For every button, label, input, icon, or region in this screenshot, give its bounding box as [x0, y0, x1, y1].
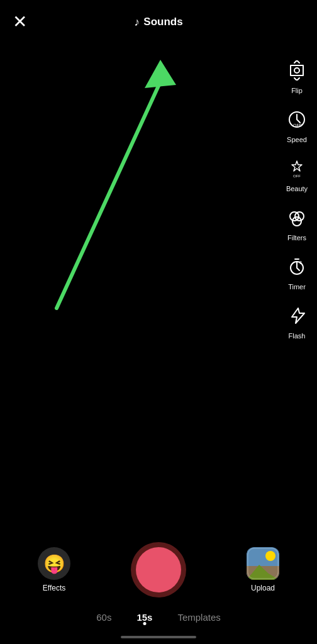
svg-line-9: [57, 82, 160, 308]
flash-tool[interactable]: Flash: [283, 302, 311, 340]
sounds-button[interactable]: ♪ Sounds: [134, 16, 182, 29]
speed-icon: OFF: [283, 106, 311, 133]
svg-text:3: 3: [299, 260, 302, 265]
tab-templates[interactable]: Templates: [177, 612, 220, 623]
record-button[interactable]: [131, 542, 186, 597]
top-bar: ✕ ♪ Sounds: [0, 0, 317, 44]
timer-label: Timer: [288, 283, 306, 291]
svg-text:OFF: OFF: [293, 123, 302, 128]
filters-label: Filters: [287, 234, 306, 242]
tab-60s[interactable]: 60s: [96, 612, 111, 623]
tab-15s[interactable]: 15s: [136, 612, 152, 623]
flip-icon: [283, 57, 311, 84]
bottom-area: 😝 Effects Upload: [0, 530, 317, 644]
timer-icon: 3: [283, 253, 311, 280]
filters-tool[interactable]: Filters: [283, 204, 311, 242]
svg-point-6: [292, 217, 301, 226]
flash-label: Flash: [289, 332, 306, 340]
beauty-icon: OFF: [283, 155, 311, 182]
flash-icon: [283, 302, 311, 330]
record-button-inner: [136, 547, 181, 592]
right-toolbar: Flip OFF Speed OFF Beauty: [283, 57, 311, 340]
beauty-tool[interactable]: OFF Beauty: [283, 155, 311, 192]
speed-label: Speed: [287, 136, 307, 143]
camera-controls: 😝 Effects Upload: [0, 530, 317, 607]
home-indicator: [0, 630, 317, 644]
close-button[interactable]: ✕: [13, 13, 27, 31]
flip-tool[interactable]: Flip: [283, 57, 311, 94]
flip-label: Flip: [291, 87, 303, 94]
upload-label: Upload: [251, 584, 275, 592]
svg-point-0: [294, 68, 299, 73]
home-bar: [121, 636, 196, 638]
effects-label: Effects: [43, 584, 65, 592]
timer-tool[interactable]: 3 Timer: [283, 253, 311, 291]
svg-marker-10: [145, 60, 176, 88]
upload-button[interactable]: Upload: [247, 547, 279, 592]
effects-button[interactable]: 😝 Effects: [38, 547, 70, 592]
svg-point-14: [265, 551, 275, 561]
upload-icon: [247, 547, 279, 580]
svg-text:OFF: OFF: [293, 174, 301, 178]
beauty-label: Beauty: [286, 185, 308, 192]
effects-icon: 😝: [38, 547, 70, 580]
speed-tool[interactable]: OFF Speed: [283, 106, 311, 143]
filters-icon: [283, 204, 311, 231]
music-icon: ♪: [134, 16, 140, 29]
mode-tabs: 60s 15s Templates: [0, 607, 317, 630]
sounds-label-text: Sounds: [143, 16, 182, 28]
